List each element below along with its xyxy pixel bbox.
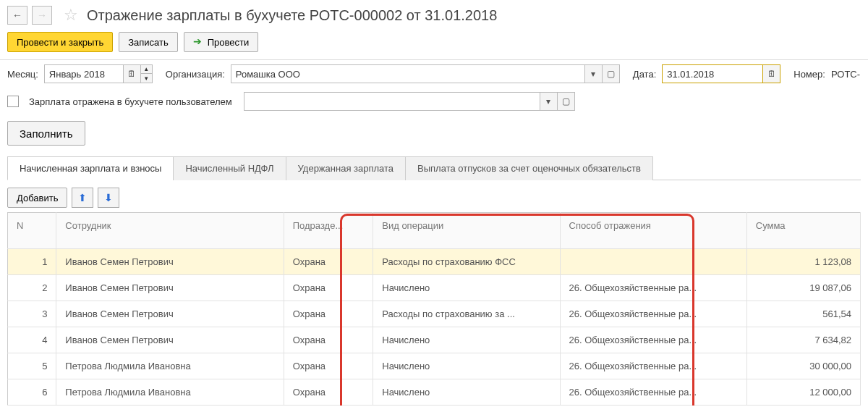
table-row[interactable]: 1Иванов Семен ПетровичОхранаРасходы по с… [8, 249, 861, 275]
post-arrow-icon [193, 37, 203, 47]
cell-col-op[interactable]: Начислено [373, 327, 560, 353]
cell-col-op[interactable]: Расходы по страхованию за ... [373, 301, 560, 327]
add-row-button[interactable]: Добавить [7, 188, 67, 208]
cell-col-n[interactable]: 5 [8, 353, 56, 379]
cell-col-ref[interactable]: 26. Общехозяйственные ра... [560, 275, 746, 301]
fill-button[interactable]: Заполнить [7, 121, 85, 146]
date-calendar-icon[interactable]: 🗓 [763, 64, 780, 83]
cell-col-dep[interactable]: Охрана [284, 379, 373, 406]
date-input[interactable]: 31.01.2018 [662, 64, 763, 83]
table-row[interactable]: 3Иванов Семен ПетровичОхранаРасходы по с… [8, 301, 861, 327]
month-stepper[interactable]: ▲ ▼ [141, 64, 153, 83]
number-label: Номер: [793, 69, 825, 80]
cell-col-dep[interactable]: Охрана [284, 249, 373, 275]
col-sum[interactable]: Сумма [746, 213, 860, 249]
org-open-icon[interactable]: ▢ [603, 64, 620, 83]
table-row[interactable]: 5Петрова Людмила ИвановнаОхранаНачислено… [8, 353, 861, 379]
tab-ndfl[interactable]: Начисленный НДФЛ [173, 156, 286, 180]
cell-col-ref[interactable]: 26. Общехозяйственные ра... [560, 327, 746, 353]
cell-col-sum[interactable]: 12 000,00 [746, 379, 860, 406]
tab-vacation[interactable]: Выплата отпусков за счет оценочных обяза… [405, 156, 653, 180]
favorite-star-icon[interactable]: ☆ [64, 6, 78, 25]
stepper-down-icon[interactable]: ▼ [141, 74, 153, 83]
cell-col-ref[interactable] [560, 249, 746, 275]
cell-col-dep[interactable]: Охрана [284, 327, 373, 353]
month-label: Месяц: [7, 69, 38, 80]
cell-col-n[interactable]: 1 [8, 249, 56, 275]
org-dropdown-icon[interactable]: ▾ [585, 64, 603, 83]
date-label: Дата: [633, 69, 656, 80]
post-and-close-button[interactable]: Провести и закрыть [7, 32, 113, 52]
reflected-dropdown-icon[interactable]: ▾ [540, 92, 558, 111]
cell-col-dep[interactable]: Охрана [284, 275, 373, 301]
save-button[interactable]: Записать [119, 32, 178, 52]
month-input[interactable]: Январь 2018 [44, 64, 124, 83]
reflected-user-input[interactable] [244, 92, 540, 111]
month-calendar-icon[interactable]: 🗓 [124, 64, 141, 83]
org-label: Организация: [166, 69, 225, 80]
cell-col-op[interactable]: Начислено [373, 353, 560, 379]
cell-col-emp[interactable]: Иванов Семен Петрович [56, 327, 284, 353]
reflected-label: Зарплата отражена в бухучете пользовател… [29, 96, 232, 107]
cell-col-sum[interactable]: 7 634,82 [746, 327, 860, 353]
cell-col-emp[interactable]: Петрова Людмила Ивановна [56, 379, 284, 406]
cell-col-sum[interactable]: 561,54 [746, 301, 860, 327]
table-row[interactable]: 6Петрова Людмила ИвановнаОхранаНачислено… [8, 379, 861, 406]
cell-col-ref[interactable]: 26. Общехозяйственные ра... [560, 301, 746, 327]
page-title: Отражение зарплаты в бухучете РОТС-00000… [87, 7, 497, 24]
reflected-open-icon[interactable]: ▢ [558, 92, 575, 111]
nav-forward-button[interactable]: → [32, 6, 52, 25]
table-header-row: N Сотрудник Подразде... Вид операции Спо… [8, 213, 861, 249]
move-up-button[interactable]: ⬆ [72, 188, 93, 208]
tab-accrued-salary[interactable]: Начисленная зарплата и взносы [7, 156, 174, 180]
cell-col-n[interactable]: 3 [8, 301, 56, 327]
cell-col-emp[interactable]: Петрова Людмила Ивановна [56, 353, 284, 379]
cell-col-emp[interactable]: Иванов Семен Петрович [56, 249, 284, 275]
cell-col-op[interactable]: Начислено [373, 275, 560, 301]
reflected-checkbox[interactable] [7, 96, 19, 107]
cell-col-op[interactable]: Расходы по страхованию ФСС [373, 249, 560, 275]
cell-col-sum[interactable]: 19 087,06 [746, 275, 860, 301]
cell-col-dep[interactable]: Охрана [284, 353, 373, 379]
post-button[interactable]: Провести [184, 32, 259, 52]
col-operation[interactable]: Вид операции [373, 213, 560, 249]
cell-col-n[interactable]: 6 [8, 379, 56, 406]
cell-col-sum[interactable]: 1 123,08 [746, 249, 860, 275]
col-reflection[interactable]: Способ отражения [560, 213, 746, 249]
nav-back-button[interactable]: ← [7, 6, 27, 25]
number-value: РОТС- [831, 69, 860, 80]
tab-withheld[interactable]: Удержанная зарплата [286, 156, 406, 180]
col-department[interactable]: Подразде... [284, 213, 373, 249]
cell-col-emp[interactable]: Иванов Семен Петрович [56, 275, 284, 301]
cell-col-n[interactable]: 4 [8, 327, 56, 353]
cell-col-op[interactable]: Начислено [373, 379, 560, 406]
move-down-button[interactable]: ⬇ [98, 188, 119, 208]
cell-col-n[interactable]: 2 [8, 275, 56, 301]
col-n[interactable]: N [8, 213, 56, 249]
table-row[interactable]: 4Иванов Семен ПетровичОхранаНачислено26.… [8, 327, 861, 353]
cell-col-dep[interactable]: Охрана [284, 301, 373, 327]
stepper-up-icon[interactable]: ▲ [141, 64, 153, 74]
cell-col-ref[interactable]: 26. Общехозяйственные ра... [560, 379, 746, 406]
tab-bar: Начисленная зарплата и взносы Начисленны… [7, 156, 861, 180]
cell-col-emp[interactable]: Иванов Семен Петрович [56, 301, 284, 327]
cell-col-sum[interactable]: 30 000,00 [746, 353, 860, 379]
col-employee[interactable]: Сотрудник [56, 213, 284, 249]
post-button-label: Провести [208, 37, 250, 48]
cell-col-ref[interactable]: 26. Общехозяйственные ра... [560, 353, 746, 379]
table-row[interactable]: 2Иванов Семен ПетровичОхранаНачислено26.… [8, 275, 861, 301]
accruals-table: N Сотрудник Подразде... Вид операции Спо… [7, 212, 861, 406]
org-input[interactable]: Ромашка ООО [231, 64, 585, 83]
